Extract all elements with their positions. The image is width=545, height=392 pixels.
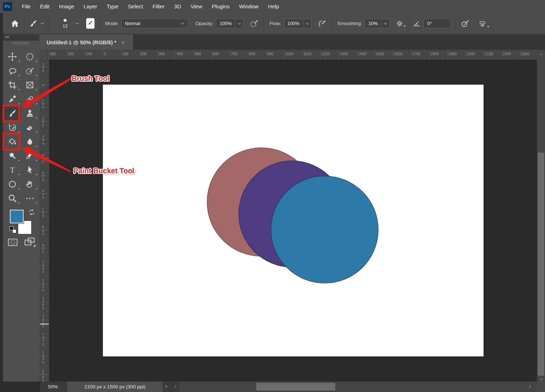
brush-tool[interactable] [4, 106, 21, 120]
opacity-dropdown-button[interactable] [235, 19, 244, 28]
dodge-tool[interactable] [4, 149, 21, 163]
brush-angle-input[interactable]: 0° [424, 19, 451, 28]
path-selection-tool[interactable] [21, 163, 39, 177]
menu-edit[interactable]: Edit [35, 0, 54, 13]
ruler-tick [40, 175, 49, 176]
collapse-panel-button[interactable]: << [3, 35, 39, 41]
brush-preset-picker-icon[interactable] [29, 19, 38, 28]
zoom-tool[interactable] [4, 191, 21, 205]
scroll-up-icon[interactable] [537, 50, 545, 60]
menu-filter[interactable]: Filter [148, 0, 169, 13]
pen-tool[interactable] [21, 149, 39, 163]
menu-image[interactable]: Image [54, 0, 79, 13]
menu-type[interactable]: Type [102, 0, 123, 13]
smoothing-dropdown-button[interactable] [381, 19, 390, 28]
ruler-tick [40, 320, 49, 320]
ruler-tick [248, 50, 248, 60]
brush-size-preview[interactable]: 13 [59, 19, 71, 29]
frame-tool[interactable] [21, 78, 39, 92]
zoom-level-field[interactable]: 50% [48, 381, 58, 392]
paint-symmetry-icon[interactable] [478, 19, 487, 28]
brush-angle-icon [413, 19, 421, 28]
ruler-tick [484, 50, 484, 60]
smoothing-options-gear-icon[interactable] [396, 20, 404, 28]
airbrush-icon[interactable] [317, 19, 327, 28]
ruler-tick [465, 50, 466, 60]
tablet-pressure-size-icon[interactable] [460, 19, 470, 28]
blur-tool[interactable] [21, 134, 39, 149]
ruler-label: 1400 [358, 52, 366, 56]
ruler-label: 0 [104, 52, 106, 56]
flow-dropdown-button[interactable] [303, 19, 312, 28]
crop-tool[interactable] [4, 78, 21, 92]
ruler-tick [520, 50, 520, 60]
document-info[interactable]: 2100 px x 1500 px (300 ppi) [67, 381, 163, 392]
menu-3d[interactable]: 3D [169, 0, 186, 13]
ruler-tick [375, 50, 375, 60]
menu-view[interactable]: View [186, 0, 207, 13]
eraser-tool[interactable] [21, 120, 39, 134]
scroll-right-icon[interactable] [527, 383, 532, 392]
scroll-left-icon[interactable] [173, 383, 178, 392]
ruler-label: 100 [122, 52, 129, 56]
foreground-color-swatch[interactable] [10, 210, 24, 223]
elliptical-marquee-tool[interactable] [21, 49, 39, 64]
menu-layer[interactable]: Layer [79, 0, 102, 13]
clone-stamp-tool[interactable] [21, 106, 39, 120]
canvas-area[interactable] [49, 60, 537, 381]
quick-mask-button[interactable] [6, 237, 19, 247]
ruler-label: 7 0 0 [42, 207, 44, 218]
vertical-scrollbar-thumb[interactable] [538, 153, 544, 376]
menu-help[interactable]: Help [263, 0, 284, 13]
menu-plugins[interactable]: Plugins [207, 0, 234, 13]
spot-healing-brush-tool[interactable] [21, 92, 39, 106]
eyedropper-tool[interactable] [4, 92, 21, 106]
ellipse-tool[interactable] [4, 177, 21, 191]
document-tab[interactable]: Untitled-1 @ 50% (RGB/8) * × [40, 35, 133, 50]
menu-file[interactable]: File [17, 0, 35, 13]
ruler-label: 8 0 0 [42, 225, 44, 236]
menu-select[interactable]: Select [123, 0, 148, 13]
smoothing-input[interactable]: 10% [365, 19, 381, 28]
menu-window[interactable]: Window [234, 0, 263, 13]
home-icon[interactable] [10, 19, 20, 28]
smoothing-value: 10% [368, 21, 378, 26]
history-brush-tool[interactable] [4, 120, 21, 134]
close-tab-icon[interactable]: × [121, 40, 125, 45]
object-selection-tool[interactable] [21, 64, 39, 78]
brush-settings-panel-button[interactable] [86, 18, 95, 29]
lasso-tool[interactable] [4, 64, 21, 78]
paint-bucket-tool[interactable] [4, 134, 21, 149]
ruler-tick [40, 284, 49, 284]
status-popup-arrow-icon[interactable] [164, 383, 169, 392]
vertical-ruler[interactable]: 1 0 001 0 02 0 03 0 04 0 05 0 06 0 07 0 … [40, 60, 49, 381]
opacity-value: 100% [220, 21, 232, 26]
ruler-tick [502, 50, 502, 60]
swap-colors-icon[interactable] [28, 209, 36, 216]
flow-input[interactable]: 100% [284, 19, 303, 28]
move-tool[interactable] [4, 49, 21, 64]
chevron-down-icon[interactable] [75, 21, 80, 26]
mode-select[interactable]: Normal [121, 19, 188, 28]
edit-toolbar-button[interactable] [21, 191, 39, 205]
horizontal-ruler[interactable]: 3002001000100200300400500600700800900100… [40, 50, 539, 60]
ruler-label: 1700 [412, 52, 421, 56]
ruler-label: 1 5 0 0 [42, 350, 44, 364]
tablet-pressure-opacity-icon[interactable] [249, 19, 259, 28]
ruler-tick [40, 356, 49, 357]
ruler-tick [67, 50, 67, 60]
panel-grip[interactable] [13, 42, 29, 45]
horizontal-scrollbar-thumb[interactable] [256, 383, 335, 391]
chevron-down-icon [180, 21, 185, 26]
hand-tool[interactable] [21, 177, 39, 191]
ruler-tick [230, 50, 230, 60]
ruler-label: 100 [86, 52, 92, 56]
type-tool[interactable]: T [4, 163, 21, 177]
vertical-scrollbar[interactable] [537, 60, 545, 376]
default-colors-icon[interactable] [9, 226, 17, 234]
horizontal-scrollbar[interactable] [179, 381, 534, 392]
chevron-down-icon[interactable] [40, 21, 45, 26]
scroll-down-icon[interactable] [537, 376, 545, 381]
opacity-input[interactable]: 100% [216, 19, 235, 28]
screen-mode-button[interactable] [23, 237, 37, 247]
